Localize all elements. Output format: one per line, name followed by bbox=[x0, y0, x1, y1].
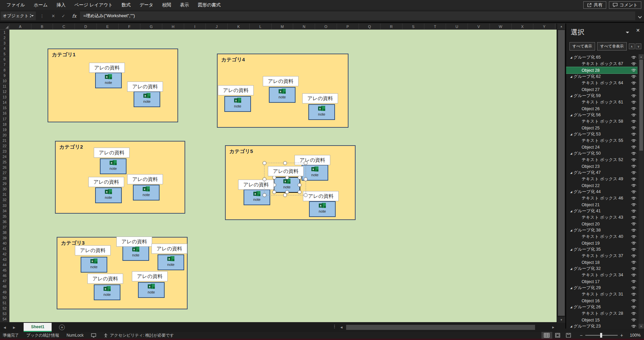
pane-item-visibility[interactable] bbox=[629, 311, 638, 316]
note-shape[interactable]: xnote bbox=[138, 282, 165, 298]
sheet-nav-left-icon[interactable]: ◀ bbox=[0, 326, 9, 329]
note-label[interactable]: アレの資料 bbox=[132, 271, 168, 281]
pane-item-visibility[interactable] bbox=[629, 119, 638, 124]
pane-item-32[interactable]: Object 18 bbox=[566, 259, 638, 266]
visibility-eye-icon[interactable] bbox=[631, 106, 637, 111]
zoom-out-button[interactable]: − bbox=[580, 333, 583, 338]
pane-item-17[interactable]: Object 23 bbox=[566, 163, 638, 169]
collapse-triangle-icon[interactable]: ◢ bbox=[569, 171, 573, 174]
pane-scrollbar-thumb[interactable] bbox=[639, 60, 643, 151]
pane-item-33[interactable]: ◢グループ化 32 bbox=[566, 266, 638, 272]
bring-forward-button[interactable]: ∧ bbox=[629, 43, 635, 49]
visibility-eye-icon[interactable] bbox=[631, 203, 637, 207]
pane-item-1[interactable]: テキスト ボックス 67 bbox=[566, 61, 638, 67]
visibility-eye-icon[interactable] bbox=[631, 113, 637, 117]
group-selection-handle[interactable] bbox=[304, 161, 308, 165]
pane-item-visibility[interactable] bbox=[629, 299, 638, 303]
pane-item-24[interactable]: ◢グループ化 41 bbox=[566, 208, 638, 214]
visibility-eye-icon[interactable] bbox=[631, 94, 637, 98]
visibility-eye-icon[interactable] bbox=[631, 100, 637, 104]
note-shape[interactable]: xnote bbox=[134, 91, 160, 107]
visibility-eye-icon[interactable] bbox=[631, 74, 637, 79]
status-item-0[interactable]: 準備完了 bbox=[3, 333, 19, 338]
pane-item-visibility[interactable] bbox=[629, 292, 638, 297]
note-label[interactable]: アレの資料 bbox=[218, 85, 254, 95]
note-label[interactable]: アレの資料 bbox=[87, 274, 123, 284]
pane-item-visibility[interactable] bbox=[629, 273, 638, 277]
visibility-eye-icon[interactable] bbox=[631, 222, 637, 226]
note-shape[interactable]: xnote bbox=[224, 96, 251, 112]
pane-item-22[interactable]: テキスト ボックス 46 bbox=[566, 195, 638, 202]
send-backward-button[interactable]: ∨ bbox=[636, 43, 641, 49]
visibility-eye-icon[interactable] bbox=[631, 324, 637, 329]
status-item-1[interactable]: ブックの統計情報 bbox=[26, 333, 59, 338]
status-item-3[interactable] bbox=[91, 333, 96, 338]
pane-item-20[interactable]: Object 22 bbox=[566, 182, 638, 189]
pane-item-visibility[interactable] bbox=[629, 62, 638, 66]
note-shape[interactable]: xnote bbox=[100, 158, 127, 174]
pane-item-16[interactable]: テキスト ボックス 52 bbox=[566, 157, 638, 163]
sheet-nav-right-icon[interactable]: ▶ bbox=[9, 326, 19, 329]
note-label[interactable]: アレの資料 bbox=[302, 93, 338, 103]
pane-item-13[interactable]: テキスト ボックス 55 bbox=[566, 137, 638, 144]
visibility-eye-icon[interactable] bbox=[631, 55, 637, 60]
pane-item-29[interactable]: Object 19 bbox=[566, 240, 638, 246]
visibility-eye-icon[interactable] bbox=[631, 81, 637, 85]
group-selection-handle[interactable] bbox=[283, 161, 287, 165]
collapse-triangle-icon[interactable]: ◢ bbox=[569, 267, 573, 270]
collapse-triangle-icon[interactable]: ◢ bbox=[569, 248, 573, 251]
pane-item-4[interactable]: テキスト ボックス 64 bbox=[566, 80, 638, 86]
visibility-eye-icon[interactable] bbox=[631, 228, 637, 233]
collapse-triangle-icon[interactable]: ◢ bbox=[569, 190, 573, 193]
pane-item-14[interactable]: Object 24 bbox=[566, 144, 638, 150]
visibility-eye-icon[interactable] bbox=[631, 145, 637, 149]
pane-item-visibility[interactable] bbox=[629, 81, 638, 85]
pane-item-visibility[interactable] bbox=[629, 196, 638, 200]
visibility-eye-icon[interactable] bbox=[631, 279, 637, 284]
visibility-eye-icon[interactable] bbox=[631, 267, 637, 271]
note-shape[interactable]: xnote bbox=[158, 254, 184, 270]
visibility-eye-icon[interactable] bbox=[631, 286, 637, 290]
visibility-eye-icon[interactable] bbox=[631, 183, 637, 188]
zoom-in-button[interactable]: + bbox=[620, 333, 623, 338]
pane-item-0[interactable]: ◢グループ化 65 bbox=[566, 54, 638, 61]
collapse-triangle-icon[interactable]: ◢ bbox=[569, 152, 573, 155]
pane-item-visibility[interactable] bbox=[629, 247, 638, 252]
pane-item-visibility[interactable] bbox=[629, 215, 638, 220]
collapse-triangle-icon[interactable]: ◢ bbox=[569, 133, 573, 136]
visibility-eye-icon[interactable] bbox=[631, 241, 637, 245]
visibility-eye-icon[interactable] bbox=[631, 311, 637, 316]
pane-item-18[interactable]: ◢グループ化 47 bbox=[566, 169, 638, 176]
pane-item-visibility[interactable] bbox=[629, 100, 638, 104]
status-item-2[interactable]: NumLock bbox=[66, 333, 84, 338]
pane-item-visibility[interactable] bbox=[629, 305, 638, 309]
pane-item-12[interactable]: ◢グループ化 53 bbox=[566, 131, 638, 137]
pane-item-28[interactable]: テキスト ボックス 40 bbox=[566, 234, 638, 240]
note-shape[interactable]: xnote bbox=[94, 284, 120, 300]
note-shape[interactable]: xnote bbox=[269, 87, 296, 103]
note-shape[interactable]: xnote bbox=[122, 245, 149, 261]
scroll-left-icon[interactable]: ◀ bbox=[339, 326, 344, 329]
note-shape[interactable]: xnote bbox=[308, 104, 335, 120]
visibility-eye-icon[interactable] bbox=[631, 177, 637, 181]
pane-item-visibility[interactable] bbox=[629, 190, 638, 194]
hide-all-button[interactable]: すべて非表示 bbox=[597, 42, 627, 51]
visibility-eye-icon[interactable] bbox=[631, 119, 637, 124]
note-label[interactable]: アレの資料 bbox=[263, 76, 299, 86]
collapse-triangle-icon[interactable]: ◢ bbox=[569, 286, 573, 289]
pane-item-6[interactable]: ◢グループ化 59 bbox=[566, 93, 638, 99]
note-label[interactable]: アレの資料 bbox=[127, 174, 163, 184]
visibility-eye-icon[interactable] bbox=[631, 164, 637, 168]
collapse-triangle-icon[interactable]: ◢ bbox=[569, 56, 573, 59]
collapse-triangle-icon[interactable]: ◢ bbox=[569, 229, 573, 232]
horizontal-scrollbar[interactable]: ◀ ▶ bbox=[339, 324, 556, 331]
pane-item-visibility[interactable] bbox=[629, 126, 638, 130]
pane-scroll-up-icon[interactable]: ▲ bbox=[639, 54, 644, 59]
visibility-eye-icon[interactable] bbox=[631, 318, 637, 322]
pane-item-30[interactable]: ◢グループ化 35 bbox=[566, 246, 638, 253]
pane-item-visibility[interactable] bbox=[629, 106, 638, 111]
pane-item-visibility[interactable] bbox=[629, 145, 638, 149]
group-selection-handle[interactable] bbox=[263, 193, 267, 197]
collapse-triangle-icon[interactable]: ◢ bbox=[569, 114, 573, 117]
note-label[interactable]: アレの資料 bbox=[89, 63, 125, 73]
